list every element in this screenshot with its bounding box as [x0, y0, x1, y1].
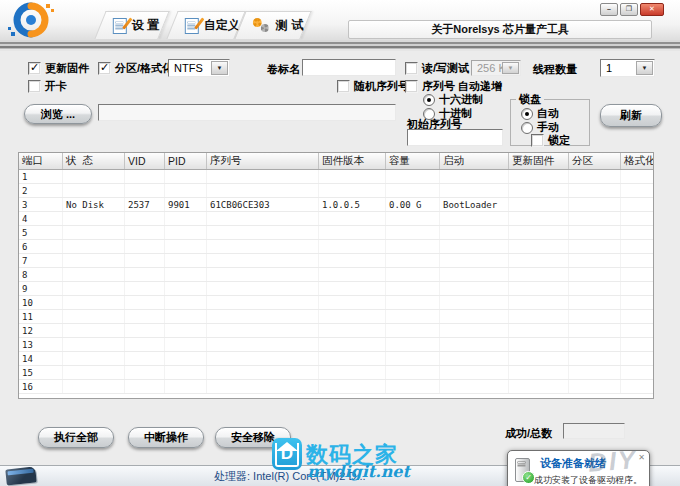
refresh-button[interactable]: 刷新: [600, 104, 662, 127]
update-firmware-checkbox[interactable]: 更新固件: [28, 61, 89, 76]
radio-circle: [521, 122, 533, 134]
close-button[interactable]: ✕: [640, 3, 664, 16]
checkbox-label: 分区/格式化: [115, 61, 173, 76]
column-header[interactable]: VID: [125, 153, 165, 170]
thread-count-label: 线程数量: [533, 62, 577, 77]
checkbox-box: [405, 62, 418, 75]
restore-button[interactable]: ❐: [620, 3, 638, 16]
checkbox-box: [531, 134, 544, 147]
checkbox-label: 读/写测试: [422, 61, 469, 76]
watermark-site-url: mydigit.net: [307, 462, 410, 481]
table-row[interactable]: 1: [19, 170, 654, 184]
browse-button[interactable]: 浏览 ...: [24, 104, 92, 124]
lock-disk-group-label: 锁盘: [516, 92, 544, 107]
radio-circle: [423, 94, 435, 106]
table-row[interactable]: 11: [19, 310, 654, 324]
volume-label: 卷标名: [267, 62, 300, 77]
thread-count-value: 1: [606, 62, 612, 74]
device-table: 端口状 态VIDPID序列号固件版本容量启动更新固件分区格式化读/写测试 123…: [18, 152, 654, 399]
column-header[interactable]: 端口: [19, 153, 63, 170]
app-logo-icon: [8, 2, 54, 40]
window-preview-icon[interactable]: [5, 466, 37, 485]
table-row[interactable]: 8: [19, 268, 654, 282]
checkbox-label: 随机序列号: [354, 79, 409, 94]
checkbox-box: [337, 80, 350, 93]
watermark-ghost: DIY: [587, 444, 638, 478]
filesystem-select[interactable]: NTFS ▼: [168, 59, 230, 77]
column-header[interactable]: PID: [165, 153, 207, 170]
checkbox-box: [28, 62, 41, 75]
checkbox-box: [28, 80, 41, 93]
column-header[interactable]: 容量: [386, 153, 440, 170]
column-header[interactable]: 启动: [440, 153, 509, 170]
tab-test-label: 测 试: [276, 17, 303, 34]
lock-auto-radio[interactable]: 自动: [521, 106, 559, 121]
table-row[interactable]: 3No Disk2537990161CB06CE3031.0.0.50.00 G…: [19, 198, 654, 212]
table-row[interactable]: 9: [19, 282, 654, 296]
column-header[interactable]: 更新固件: [509, 153, 569, 170]
volume-input[interactable]: [302, 59, 396, 76]
lock-checkbox[interactable]: 锁定: [531, 133, 570, 148]
checkbox-box: [98, 62, 111, 75]
window-controls: – ❐ ✕: [600, 3, 664, 16]
separator-band: [0, 40, 680, 51]
firmware-path-input[interactable]: [98, 104, 396, 121]
mydigit-logo-icon: D: [272, 438, 302, 470]
chevron-down-icon: ▼: [211, 61, 228, 75]
column-header[interactable]: 固件版本: [319, 153, 386, 170]
hex-radio[interactable]: 十六进制: [423, 92, 483, 107]
table-header-row: 端口状 态VIDPID序列号固件版本容量启动更新固件分区格式化读/写测试: [19, 153, 654, 170]
table-row[interactable]: 16: [19, 380, 654, 394]
random-serial-checkbox[interactable]: 随机序列号: [337, 79, 409, 94]
radio-label: 十六进制: [439, 92, 483, 107]
about-button[interactable]: 关于Norelsys 芯片量产工具: [348, 20, 652, 39]
column-header[interactable]: 格式化: [621, 153, 655, 170]
tab-custom[interactable]: 自定义: [166, 11, 245, 39]
run-all-button[interactable]: 执行全部: [38, 427, 114, 448]
device-table-body: 123No Disk2537990161CB06CE3031.0.0.50.00…: [19, 170, 654, 394]
table-row[interactable]: 4: [19, 212, 654, 226]
chevron-down-icon: ▼: [636, 61, 653, 75]
table-row[interactable]: 15: [19, 366, 654, 380]
column-header[interactable]: 状 态: [63, 153, 125, 170]
checkbox-label: 更新固件: [45, 61, 89, 76]
tab-settings[interactable]: 设 置: [94, 11, 169, 39]
gears-icon: [253, 18, 271, 34]
thread-count-select[interactable]: 1 ▼: [600, 59, 655, 77]
column-header[interactable]: 序列号: [207, 153, 319, 170]
table-row[interactable]: 5: [19, 226, 654, 240]
edit-doc-icon: [113, 18, 127, 34]
checkbox-box: [405, 80, 418, 93]
rw-size-select[interactable]: 256 K ▼: [471, 60, 521, 76]
radio-label: 自动: [537, 106, 559, 121]
notification-close-icon[interactable]: ✕: [638, 453, 645, 462]
chevron-down-icon: ▼: [502, 62, 519, 74]
table-row[interactable]: 2: [19, 184, 654, 198]
table-row[interactable]: 14: [19, 352, 654, 366]
tab-test[interactable]: 测 试: [234, 11, 311, 39]
interrupt-button[interactable]: 中断操作: [128, 427, 204, 448]
open-card-checkbox[interactable]: 开卡: [28, 79, 67, 94]
initial-serial-input[interactable]: [407, 129, 503, 146]
table-row[interactable]: 7: [19, 254, 654, 268]
table-row[interactable]: 10: [19, 296, 654, 310]
checkbox-label: 锁定: [548, 133, 570, 148]
tab-custom-label: 自定义: [204, 17, 240, 34]
table-row[interactable]: 6: [19, 240, 654, 254]
table-row[interactable]: 13: [19, 338, 654, 352]
house-roof-icon: [276, 442, 298, 451]
minimize-button[interactable]: –: [600, 3, 618, 16]
partition-format-checkbox[interactable]: 分区/格式化: [98, 61, 173, 76]
success-total-label: 成功/总数: [505, 426, 552, 441]
column-header[interactable]: 分区: [569, 153, 621, 170]
success-total-field: [563, 423, 625, 439]
radio-circle: [521, 108, 533, 120]
table-row[interactable]: 12: [19, 324, 654, 338]
rw-test-checkbox[interactable]: 读/写测试: [405, 61, 469, 76]
filesystem-value: NTFS: [174, 62, 203, 74]
edit-doc-icon: [185, 18, 199, 34]
lock-disk-group: 锁盘 自动 手动 锁定: [510, 99, 590, 146]
checkbox-label: 开卡: [45, 79, 67, 94]
tab-settings-label: 设 置: [132, 17, 159, 34]
